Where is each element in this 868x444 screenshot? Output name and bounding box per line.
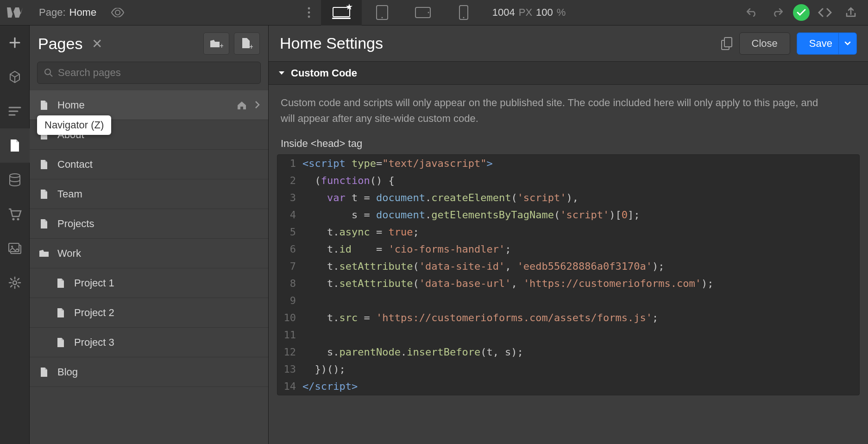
add-element-button[interactable] — [0, 25, 30, 60]
device-tablet-landscape-button[interactable] — [403, 0, 443, 25]
device-mobile-button[interactable] — [443, 0, 484, 25]
star-icon — [346, 4, 352, 10]
home-icon — [237, 101, 247, 110]
close-button[interactable]: Close — [739, 32, 790, 55]
navigator-button[interactable] — [0, 94, 30, 128]
undo-button[interactable] — [741, 0, 762, 25]
ecommerce-button[interactable] — [0, 197, 30, 231]
topbar-actions — [741, 0, 868, 25]
code-line[interactable]: 13 })(); — [277, 361, 859, 378]
line-number: 12 — [277, 343, 302, 361]
page-item-label: Blog — [57, 366, 78, 378]
code-line[interactable]: 10 t.src = 'https://customerioforms.com/… — [277, 309, 859, 326]
page-item-project-2[interactable]: Project 2 — [30, 298, 268, 328]
page-item-contact[interactable]: Contact — [30, 150, 268, 179]
pages-button[interactable] — [0, 128, 30, 163]
folder-icon — [38, 249, 50, 258]
device-tablet-button[interactable] — [362, 0, 403, 25]
page-icon — [55, 337, 67, 348]
page-item-label: Project 2 — [74, 307, 114, 319]
code-line[interactable]: 7 t.setAttribute('data-site-id', 'eedb55… — [277, 258, 859, 275]
line-number: 10 — [277, 309, 302, 326]
canvas-width[interactable]: 1004 — [492, 6, 515, 19]
line-number: 13 — [277, 361, 302, 378]
section-title: Custom Code — [291, 67, 357, 79]
settings-title: Home Settings — [280, 34, 383, 52]
symbols-button[interactable] — [0, 60, 30, 94]
code-line[interactable]: 8 t.setAttribute('data-base-url', 'https… — [277, 275, 859, 292]
copy-button[interactable] — [721, 37, 733, 51]
search-pages[interactable] — [37, 62, 261, 84]
line-number: 14 — [277, 378, 302, 395]
code-line[interactable]: 2 (function() { — [277, 172, 859, 189]
page-icon — [38, 189, 50, 199]
code-line[interactable]: 4 s = document.getElementsByTagName('scr… — [277, 206, 859, 223]
head-tag-label: Inside <head> tag — [269, 129, 868, 154]
assets-button[interactable] — [0, 231, 30, 266]
code-line[interactable]: 14</script> — [277, 378, 859, 395]
page-icon — [38, 100, 50, 110]
zoom-unit: % — [557, 6, 566, 19]
left-rail: Navigator (Z) — [0, 25, 30, 444]
line-number: 6 — [277, 241, 302, 258]
settings-button[interactable] — [0, 266, 30, 300]
save-dropdown-button[interactable] — [838, 32, 857, 55]
page-item-projects[interactable]: Projects — [30, 209, 268, 239]
redo-button[interactable] — [767, 0, 788, 25]
page-item-team[interactable]: Team — [30, 179, 268, 209]
page-item-project-3[interactable]: Project 3 — [30, 328, 268, 357]
custom-code-description: Custom code and scripts will only appear… — [269, 85, 834, 129]
webflow-logo[interactable] — [0, 0, 30, 25]
line-number: 9 — [277, 292, 302, 309]
new-page-button[interactable]: + — [234, 32, 260, 55]
svg-rect-22 — [724, 38, 732, 47]
settings-header: Home Settings Close Save — [269, 25, 868, 62]
publish-status[interactable] — [793, 4, 810, 21]
code-line[interactable]: 11 — [277, 326, 859, 343]
settings-panel: Home Settings Close Save Custom Code Cus… — [269, 25, 868, 444]
svg-point-11 — [10, 174, 20, 178]
custom-code-section-header[interactable]: Custom Code — [269, 62, 868, 85]
page-item-blog[interactable]: Blog — [30, 357, 268, 387]
code-line[interactable]: 5 t.async = true; — [277, 223, 859, 241]
svg-text:+: + — [220, 42, 223, 49]
close-panel-button[interactable]: ✕ — [89, 36, 105, 51]
svg-point-2 — [308, 16, 310, 18]
line-number: 1 — [277, 155, 302, 172]
svg-point-20 — [45, 69, 50, 75]
page-item-label: Home — [57, 99, 85, 111]
page-item-work[interactable]: Work — [30, 239, 268, 268]
code-line[interactable]: 6 t.id = 'cio-forms-handler'; — [277, 241, 859, 258]
save-button[interactable]: Save — [797, 32, 845, 55]
svg-point-6 — [381, 17, 383, 19]
share-button[interactable] — [840, 0, 862, 25]
more-menu-button[interactable] — [297, 0, 321, 25]
page-dropdown[interactable]: Page: Home — [30, 6, 106, 19]
chevron-right-icon — [254, 101, 260, 110]
pages-panel: Pages ✕ + + HomeAboutContactTeamProjects… — [30, 25, 269, 444]
page-icon — [38, 159, 50, 170]
preview-button[interactable] — [106, 0, 130, 25]
svg-text:+: + — [249, 43, 253, 50]
code-line[interactable]: 3 var t = document.createElement('script… — [277, 189, 859, 206]
search-input[interactable] — [58, 67, 254, 79]
canvas-zoom[interactable]: 100 — [536, 6, 553, 19]
svg-point-16 — [11, 246, 13, 247]
page-item-project-1[interactable]: Project 1 — [30, 268, 268, 298]
device-desktop-button[interactable] — [321, 0, 362, 25]
code-line[interactable]: 1<script type="text/javascript"> — [277, 155, 859, 172]
svg-point-8 — [428, 12, 429, 13]
page-item-label: Work — [57, 247, 81, 260]
line-number: 4 — [277, 206, 302, 223]
code-line[interactable]: 9 — [277, 292, 859, 309]
code-line[interactable]: 12 s.parentNode.insertBefore(t, s); — [277, 343, 859, 361]
svg-point-17 — [13, 281, 17, 285]
page-list: HomeAboutContactTeamProjectsWorkProject … — [30, 90, 268, 444]
line-number: 11 — [277, 326, 302, 343]
code-export-button[interactable] — [814, 0, 836, 25]
page-item-label: Project 3 — [74, 336, 114, 349]
page-item-label: Contact — [57, 159, 93, 171]
cms-button[interactable] — [0, 163, 30, 197]
head-code-editor[interactable]: 1<script type="text/javascript">2 (funct… — [277, 154, 860, 395]
new-folder-button[interactable]: + — [203, 32, 229, 55]
